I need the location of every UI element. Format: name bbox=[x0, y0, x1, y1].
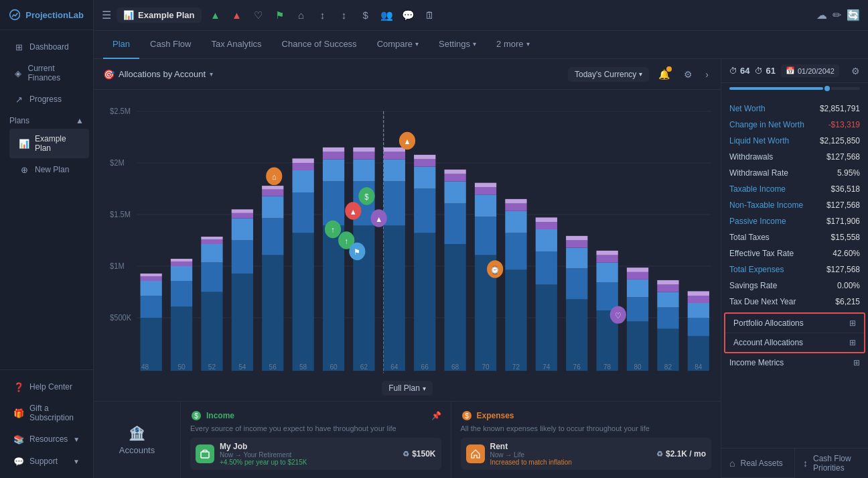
settings-gear-icon[interactable]: ⚙ bbox=[851, 66, 860, 76]
people-icon[interactable]: 👥 bbox=[378, 7, 396, 24]
svg-text:62: 62 bbox=[360, 363, 368, 371]
sidebar-item-dashboard[interactable]: ⊞ Dashboard bbox=[4, 36, 89, 58]
heart-icon[interactable]: ♡ bbox=[250, 7, 267, 24]
notifications-button[interactable]: 🔔 bbox=[654, 65, 673, 84]
bar-segment bbox=[444, 182, 465, 204]
svg-text:$2.5M: $2.5M bbox=[110, 107, 131, 116]
progress-icon: ↗ bbox=[13, 94, 24, 105]
bar-segment bbox=[140, 274, 161, 276]
rent-sub: Now → Life bbox=[490, 451, 651, 459]
portfolio-allocations-item[interactable]: Portfolio Allocations ⊞ bbox=[725, 314, 864, 333]
svg-text:58: 58 bbox=[299, 363, 307, 371]
bar-segment bbox=[414, 160, 435, 167]
tab-chance-of-success[interactable]: Chance of Success bbox=[273, 31, 366, 59]
age-indicator-2: ⏱ 61 bbox=[755, 66, 775, 76]
bar-segment bbox=[627, 297, 648, 321]
tab-settings[interactable]: Settings ▾ bbox=[429, 31, 486, 59]
edit-icon[interactable]: ✏ bbox=[833, 9, 841, 21]
dollar-icon[interactable]: $ bbox=[357, 7, 374, 24]
bottom-section: 🏦 Accounts $ Income 📌 bbox=[94, 401, 721, 478]
bar-segment bbox=[232, 209, 253, 213]
svg-text:⌚: ⌚ bbox=[490, 265, 500, 275]
dollar-circle-icon: $ bbox=[191, 410, 202, 421]
cash-flow-card[interactable]: ↕ Cash Flow Priorities bbox=[795, 449, 868, 478]
sidebar-item-resources[interactable]: 📚 Resources ▼ bbox=[4, 428, 89, 450]
home-icon[interactable]: ⌂ bbox=[293, 7, 310, 24]
resources-icon: 📚 bbox=[13, 434, 24, 444]
sidebar-item-support[interactable]: 💬 Support ▼ bbox=[4, 451, 89, 472]
bar-segment bbox=[566, 268, 587, 299]
cloud-icon[interactable]: ☁ bbox=[816, 9, 827, 21]
real-assets-card[interactable]: ⌂ Real Assets bbox=[721, 449, 795, 478]
non-taxable-income-label[interactable]: Non-Taxable Income bbox=[729, 200, 803, 210]
bar-segment bbox=[505, 204, 526, 211]
net-worth-label[interactable]: Net Worth bbox=[729, 104, 766, 113]
sidebar-item-label-finances: Current Finances bbox=[27, 64, 80, 82]
calendar-icon-small: 📅 bbox=[786, 66, 795, 75]
tab-compare[interactable]: Compare ▾ bbox=[368, 31, 428, 59]
total-taxes-label: Total Taxes bbox=[729, 233, 770, 242]
liquid-net-worth-label[interactable]: Liquid Net Worth bbox=[729, 136, 789, 145]
notification-badge bbox=[666, 66, 672, 72]
plans-section[interactable]: Plans ▲ bbox=[0, 111, 93, 128]
sidebar-item-current-finances[interactable]: ◈ Current Finances bbox=[4, 58, 89, 88]
currency-arrow-icon: ▾ bbox=[639, 70, 642, 78]
plan-selector[interactable]: 📊 Example Plan bbox=[117, 7, 202, 23]
metric-passive-income: Passive Income $171,906 bbox=[721, 213, 868, 229]
allocations-selector[interactable]: 🎯 Allocations by Account ▾ bbox=[103, 69, 213, 80]
bar-segment bbox=[475, 217, 496, 255]
account-allocations-item[interactable]: Account Allocations ⊞ bbox=[725, 333, 864, 352]
bar-segment bbox=[171, 307, 192, 371]
income-metrics-item[interactable]: Income Metrics ⊞ bbox=[721, 353, 868, 372]
tab-more[interactable]: 2 more ▾ bbox=[487, 31, 538, 59]
metric-total-expenses: Total Expenses $127,568 bbox=[721, 261, 868, 278]
net-worth-value: $2,851,791 bbox=[820, 104, 860, 113]
resources-expand-icon: ▼ bbox=[73, 436, 80, 443]
svg-text:▲: ▲ bbox=[404, 137, 411, 146]
tab-plan[interactable]: Plan bbox=[103, 31, 139, 59]
sidebar-item-example-plan[interactable]: 📊 Example Plan bbox=[9, 129, 89, 158]
change-net-worth-label[interactable]: Change in Net Worth bbox=[729, 120, 804, 129]
sidebar-item-gift[interactable]: 🎁 Gift a Subscription bbox=[4, 398, 89, 428]
menu-icon[interactable]: ☰ bbox=[102, 9, 111, 21]
total-expenses-label[interactable]: Total Expenses bbox=[729, 265, 784, 274]
bar-segment bbox=[657, 292, 678, 308]
bar-segment bbox=[566, 248, 587, 269]
passive-income-label[interactable]: Passive Income bbox=[729, 217, 786, 226]
real-assets-icon: ⌂ bbox=[729, 458, 735, 469]
svg-text:$1M: $1M bbox=[110, 261, 125, 271]
expense-item-rent[interactable]: Rent Now → Life Increased to match infla… bbox=[461, 438, 712, 470]
svg-text:76: 76 bbox=[573, 363, 581, 371]
bar-segment bbox=[262, 186, 283, 190]
bar-segment bbox=[444, 170, 465, 174]
bar-segment bbox=[323, 152, 344, 160]
flag-icon[interactable]: ⚑ bbox=[271, 7, 289, 24]
account-expand-icon: ⊞ bbox=[849, 338, 856, 347]
sidebar-item-new-plan[interactable]: ⊕ New Plan bbox=[9, 159, 89, 180]
sync-icon[interactable]: 🔄 bbox=[847, 9, 860, 21]
sidebar-item-label-progress: Progress bbox=[29, 95, 62, 104]
allocations-icon: 🎯 bbox=[103, 69, 115, 80]
income-item-myjob[interactable]: My Job Now → Your Retirement +4.50% per … bbox=[190, 438, 441, 470]
chart-up-icon[interactable]: ↕ bbox=[314, 7, 332, 24]
income-up-icon[interactable]: ▲ bbox=[207, 7, 224, 24]
support-icon: 💬 bbox=[13, 456, 24, 467]
filter-button[interactable]: ⚙ bbox=[678, 65, 697, 84]
progress-fill bbox=[729, 87, 823, 90]
taxable-income-label[interactable]: Taxable Income bbox=[729, 184, 786, 194]
chevron-right-icon[interactable]: › bbox=[703, 66, 711, 82]
income-pin-icon: 📌 bbox=[431, 411, 441, 420]
message-icon[interactable]: 💬 bbox=[400, 7, 417, 24]
svg-text:⌂: ⌂ bbox=[272, 172, 277, 182]
calendar-icon[interactable]: 🗓 bbox=[421, 7, 439, 24]
sidebar-item-help[interactable]: ❓ Help Center bbox=[4, 376, 89, 398]
bar-segment bbox=[688, 291, 709, 296]
currency-selector[interactable]: Today's Currency ▾ bbox=[568, 67, 649, 82]
full-plan-button[interactable]: Full Plan ▾ bbox=[382, 381, 433, 396]
tab-cash-flow[interactable]: Cash Flow bbox=[141, 31, 200, 59]
expense-up-icon[interactable]: ▲ bbox=[228, 7, 246, 24]
sidebar-item-progress[interactable]: ↗ Progress bbox=[4, 88, 89, 110]
chart-down-icon[interactable]: ↕ bbox=[336, 7, 353, 24]
tab-tax-analytics[interactable]: Tax Analytics bbox=[202, 31, 271, 59]
bar-segment bbox=[262, 255, 283, 371]
